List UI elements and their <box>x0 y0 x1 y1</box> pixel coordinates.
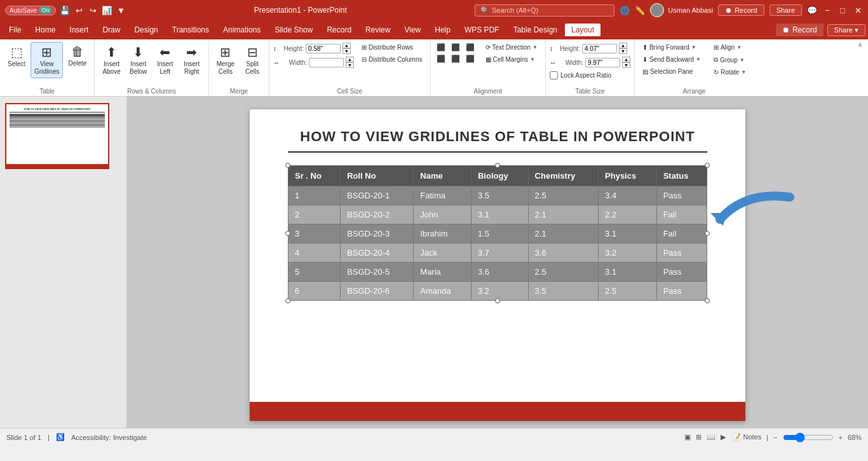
table-cell[interactable]: 2.1 <box>528 224 598 244</box>
cell-height-input[interactable] <box>306 44 341 53</box>
table-cell[interactable]: 3.1 <box>471 205 528 224</box>
user-icon[interactable]: 🌐 <box>620 5 630 15</box>
sel-handle-br[interactable] <box>705 298 710 303</box>
search-input[interactable] <box>492 6 606 14</box>
table-cell[interactable]: Amanda <box>414 282 471 301</box>
table-cell[interactable]: BSGD-20-2 <box>341 205 414 224</box>
table-cell[interactable]: Fail <box>656 224 707 244</box>
table-cell[interactable]: 3.6 <box>471 263 528 282</box>
save-icon[interactable]: 💾 <box>60 5 70 15</box>
table-height-down[interactable]: ▼ <box>619 48 627 54</box>
table-cell[interactable]: 2 <box>288 205 341 224</box>
sel-handle-ml[interactable] <box>285 231 290 236</box>
user-avatar[interactable] <box>650 3 664 17</box>
view-gridlines-button[interactable]: ⊞ ViewGridlines <box>31 42 63 78</box>
menu-review[interactable]: Review <box>359 24 397 36</box>
table-cell[interactable]: 2.5 <box>599 282 657 301</box>
table-cell[interactable]: 4 <box>288 244 341 263</box>
insert-above-button[interactable]: ⬆ InsertAbove <box>98 42 124 78</box>
rotate-button[interactable]: ↻ Rotate ▼ <box>710 67 750 78</box>
table-cell[interactable]: BSGD-20-6 <box>341 282 414 301</box>
table-cell[interactable]: 1 <box>288 186 341 205</box>
pen-icon[interactable]: ✏️ <box>635 5 645 15</box>
distribute-rows-button[interactable]: ⊞ Distribute Rows <box>358 42 426 53</box>
table-cell[interactable]: 3.4 <box>599 186 657 205</box>
table-cell[interactable]: Fail <box>656 205 707 224</box>
table-cell[interactable]: 3.1 <box>599 263 657 282</box>
cell-width-up[interactable]: ▲ <box>346 57 354 62</box>
insert-below-button[interactable]: ⬇ InsertBelow <box>126 42 151 78</box>
table-cell[interactable]: BSGD-20-4 <box>341 244 414 263</box>
menu-home[interactable]: Home <box>29 24 62 36</box>
text-direction-button[interactable]: ⟳ Text Direction ▼ <box>482 42 542 53</box>
slide-sorter-button[interactable]: ⊞ <box>695 432 703 443</box>
table-cell[interactable]: 2.5 <box>528 186 598 205</box>
cell-width-down[interactable]: ▼ <box>346 62 354 68</box>
customize-icon[interactable]: ▼ <box>116 5 126 15</box>
align-top-center[interactable]: ⬛ <box>449 42 463 53</box>
zoom-out-icon[interactable]: − <box>773 434 777 441</box>
present-icon[interactable]: 📊 <box>102 5 112 15</box>
table-cell[interactable]: 2.2 <box>599 205 657 224</box>
close-icon[interactable]: ✕ <box>853 5 863 15</box>
align-mid-right[interactable]: ⬛ <box>464 53 478 64</box>
share-button[interactable]: Share <box>770 4 802 16</box>
sel-handle-bl[interactable] <box>285 298 290 303</box>
table-cell[interactable]: 3.1 <box>599 224 657 244</box>
table-cell[interactable]: Jack <box>414 244 471 263</box>
menu-tabledesign[interactable]: Table Design <box>507 24 564 36</box>
align-top-left[interactable]: ⬛ <box>435 42 449 53</box>
table-cell[interactable]: 2.1 <box>528 205 598 224</box>
table-height-input[interactable] <box>582 44 617 53</box>
table-cell[interactable]: Pass <box>656 244 707 263</box>
table-cell[interactable]: 3.7 <box>471 244 528 263</box>
cell-height-down[interactable]: ▼ <box>342 48 351 54</box>
table-cell[interactable]: 3.2 <box>471 282 528 301</box>
select-button[interactable]: ⬚ Select <box>4 42 29 71</box>
table-cell[interactable]: Pass <box>656 186 707 205</box>
table-cell[interactable]: Ibrahim <box>414 224 471 244</box>
menu-insert[interactable]: Insert <box>63 24 95 36</box>
menu-record-btn[interactable]: ⏺ Record <box>776 24 824 36</box>
notes-button[interactable]: 📝 Notes <box>732 433 761 441</box>
autosave-toggle[interactable]: AutoSave On <box>5 6 56 15</box>
table-cell[interactable]: BSGD-20-3 <box>341 224 414 244</box>
table-cell[interactable]: 3.5 <box>528 282 598 301</box>
insert-left-button[interactable]: ⬅ InsertLeft <box>153 42 178 78</box>
table-cell[interactable]: 3.6 <box>528 244 598 263</box>
menu-layout[interactable]: Layout <box>565 24 600 36</box>
sel-handle-tl[interactable] <box>285 163 290 168</box>
table-cell[interactable]: 2.5 <box>528 263 598 282</box>
table-width-down[interactable]: ▼ <box>622 62 630 68</box>
align-mid-center[interactable]: ⬛ <box>449 53 463 64</box>
insert-right-button[interactable]: ➡ InsertRight <box>179 42 205 78</box>
table-cell[interactable]: 1.5 <box>471 224 528 244</box>
cell-height-up[interactable]: ▲ <box>342 43 351 48</box>
distribute-cols-button[interactable]: ⊟ Distribute Columns <box>358 54 426 65</box>
table-cell[interactable]: 3.5 <box>471 186 528 205</box>
table-cell[interactable]: 5 <box>288 263 341 282</box>
menu-view[interactable]: View <box>398 24 427 36</box>
undo-icon[interactable]: ↩ <box>74 5 84 15</box>
table-cell[interactable]: BSGD-20-5 <box>341 263 414 282</box>
table-cell[interactable]: John <box>414 205 471 224</box>
sel-handle-tr[interactable] <box>705 163 710 168</box>
maximize-icon[interactable]: □ <box>837 5 848 15</box>
table-width-input[interactable] <box>585 58 620 67</box>
bring-forward-button[interactable]: ⬆ Bring Forward ▼ <box>639 42 705 53</box>
table-cell[interactable]: 3.2 <box>599 244 657 263</box>
sel-handle-tc[interactable] <box>495 163 500 168</box>
slide-thumbnail[interactable]: HOW TO VIEW GRIDLINES OF TABLE IN POWERP… <box>5 103 109 169</box>
group-button[interactable]: ⧉ Group ▼ <box>710 54 750 65</box>
table-height-up[interactable]: ▲ <box>619 43 627 48</box>
normal-view-button[interactable]: ▣ <box>683 432 692 443</box>
table-cell[interactable]: Fatima <box>414 186 471 205</box>
menu-animations[interactable]: Animations <box>217 24 267 36</box>
align-mid-left[interactable]: ⬛ <box>435 53 449 64</box>
table-cell[interactable]: 6 <box>288 282 341 301</box>
ribbon-collapse-button[interactable]: ∧ <box>855 41 865 49</box>
menu-design[interactable]: Design <box>128 24 164 36</box>
cell-width-input[interactable] <box>309 58 344 67</box>
menu-share-btn[interactable]: Share ▾ <box>827 24 865 36</box>
zoom-in-icon[interactable]: + <box>839 434 843 441</box>
